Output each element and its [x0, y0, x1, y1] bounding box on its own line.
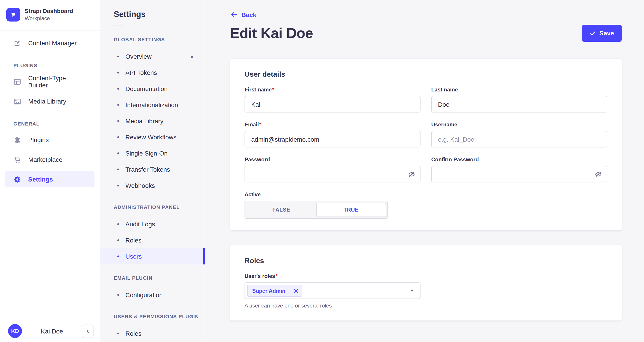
sidebar-item-content-manager[interactable]: Content Manager: [5, 35, 94, 51]
subnav-item-label: Review Workflows: [126, 134, 176, 141]
user-details-title: User details: [244, 70, 607, 79]
subnav-item-label: Overview: [126, 53, 152, 60]
active-label: Active: [244, 191, 420, 198]
page-header: Edit Kai Doe Save: [230, 25, 622, 42]
subnav-item-label: Audit Logs: [126, 220, 155, 228]
back-link[interactable]: Back: [230, 11, 256, 18]
strapi-glyph: [10, 11, 17, 18]
user-roles-select[interactable]: Super Admin: [244, 282, 420, 299]
main-nav: Content Manager PLUGINS Content-Type Bui…: [0, 31, 100, 319]
subnav-item-label: Roles: [126, 237, 142, 244]
subnav-item-media-library[interactable]: Media Library: [100, 113, 205, 129]
pen-icon: [14, 39, 21, 47]
layout-grid-icon: [14, 78, 21, 85]
subnav-item-users[interactable]: Users: [100, 248, 205, 264]
sidebar-item-label: Settings: [28, 176, 53, 183]
subnav-item-admin-roles[interactable]: Roles: [100, 232, 205, 248]
required-asterisk: *: [272, 87, 274, 93]
last-name-input[interactable]: [431, 96, 607, 113]
toggle-confirm-password-visibility-button[interactable]: [595, 171, 602, 178]
subnav-item-label: Users: [126, 253, 142, 260]
nav-section-plugins: PLUGINS: [14, 63, 94, 68]
arrow-left-icon: [230, 11, 238, 18]
field-active: Active FALSE TRUE: [244, 191, 420, 219]
email-label: Email*: [244, 122, 420, 128]
username-label: Username: [431, 122, 607, 128]
email-input[interactable]: [244, 131, 420, 147]
first-name-input[interactable]: [244, 96, 420, 113]
password-input[interactable]: [244, 166, 420, 182]
role-tag-label: Super Admin: [248, 287, 290, 294]
subnav-item-documentation[interactable]: Documentation: [100, 81, 205, 97]
collapse-sidebar-button[interactable]: [82, 324, 94, 338]
sidebar-item-plugins[interactable]: Plugins: [5, 132, 94, 148]
subnav-item-label: Media Library: [126, 117, 164, 125]
confirm-password-input[interactable]: [431, 166, 607, 182]
remove-role-button[interactable]: [290, 285, 302, 296]
subnav-item-label: Single Sign-On: [126, 150, 168, 157]
confirm-password-input-wrap: [431, 166, 607, 182]
bullet-icon: [117, 185, 119, 186]
subnav-item-review-workflows[interactable]: Review Workflows: [100, 129, 205, 145]
main-sidebar: Strapi Dashboard Workplace Content Manag…: [0, 0, 100, 342]
workspace-switcher[interactable]: Strapi Dashboard Workplace: [0, 0, 100, 30]
bullet-icon: [117, 239, 119, 241]
sidebar-item-content-type-builder[interactable]: Content-Type Builder: [5, 74, 94, 90]
group-email-plugin: EMAIL PLUGIN: [114, 275, 205, 281]
workspace-subtitle: Workplace: [25, 15, 73, 22]
field-username: Username: [431, 122, 607, 147]
eye-slash-icon: [408, 171, 415, 178]
subnav-item-overview[interactable]: Overview: [100, 48, 205, 65]
bullet-icon: [117, 255, 119, 257]
subnav-item-single-sign-on[interactable]: Single Sign-On: [100, 145, 205, 161]
roles-title: Roles: [244, 257, 607, 265]
puzzle-icon: [14, 136, 21, 144]
confirm-password-label: Confirm Password: [431, 156, 607, 163]
image-icon: [14, 98, 21, 105]
subnav-item-label: Webhooks: [126, 182, 155, 189]
first-name-label: First name*: [244, 87, 420, 93]
active-toggle-false[interactable]: FALSE: [246, 203, 316, 217]
subnav-item-transfer-tokens[interactable]: Transfer Tokens: [100, 161, 205, 177]
password-input-wrap: [244, 166, 420, 182]
group-users-permissions-plugin: USERS & PERMISSIONS PLUGIN: [114, 314, 205, 319]
bullet-icon: [117, 294, 119, 296]
subnav-item-label: API Tokens: [126, 69, 157, 76]
subnav-title: Settings: [114, 10, 205, 19]
username-input[interactable]: [431, 131, 607, 147]
cart-icon: [14, 156, 21, 163]
subnav-item-api-tokens[interactable]: API Tokens: [100, 65, 205, 81]
subnav-item-webhooks[interactable]: Webhooks: [100, 177, 205, 194]
save-button[interactable]: Save: [582, 25, 622, 42]
subnav-item-internationalization[interactable]: Internationalization: [100, 97, 205, 113]
field-first-name: First name*: [244, 87, 420, 113]
chevron-left-icon: [86, 329, 90, 333]
close-icon: [294, 288, 298, 293]
sidebar-item-marketplace[interactable]: Marketplace: [5, 152, 94, 168]
subnav-item-label: Transfer Tokens: [126, 166, 170, 173]
bullet-icon: [117, 152, 119, 154]
bullet-icon: [117, 223, 119, 225]
user-details-card: User details First name* Last name Email…: [230, 59, 622, 230]
save-label: Save: [600, 30, 614, 37]
field-email: Email*: [244, 122, 420, 147]
strapi-logo-icon: [6, 8, 20, 22]
avatar[interactable]: KD: [8, 324, 22, 338]
role-tag-super-admin: Super Admin: [247, 285, 302, 297]
sidebar-item-settings[interactable]: Settings: [5, 171, 94, 187]
active-toggle: FALSE TRUE: [244, 201, 388, 219]
brand-text: Strapi Dashboard Workplace: [25, 8, 73, 22]
subnav-item-audit-logs[interactable]: Audit Logs: [100, 216, 205, 232]
required-asterisk: *: [259, 122, 261, 128]
subnav-item-configuration[interactable]: Configuration: [100, 287, 205, 303]
subnav-item-up-roles[interactable]: Roles: [100, 325, 205, 341]
chevron-down-icon: [410, 288, 415, 293]
bullet-icon: [117, 120, 119, 122]
bullet-icon: [117, 104, 119, 106]
sidebar-item-media-library[interactable]: Media Library: [5, 93, 94, 109]
notification-dot-icon: [191, 55, 193, 58]
toggle-password-visibility-button[interactable]: [408, 171, 415, 178]
subnav-item-label: Roles: [126, 330, 142, 337]
active-toggle-true[interactable]: TRUE: [316, 203, 386, 217]
password-label: Password: [244, 156, 420, 163]
